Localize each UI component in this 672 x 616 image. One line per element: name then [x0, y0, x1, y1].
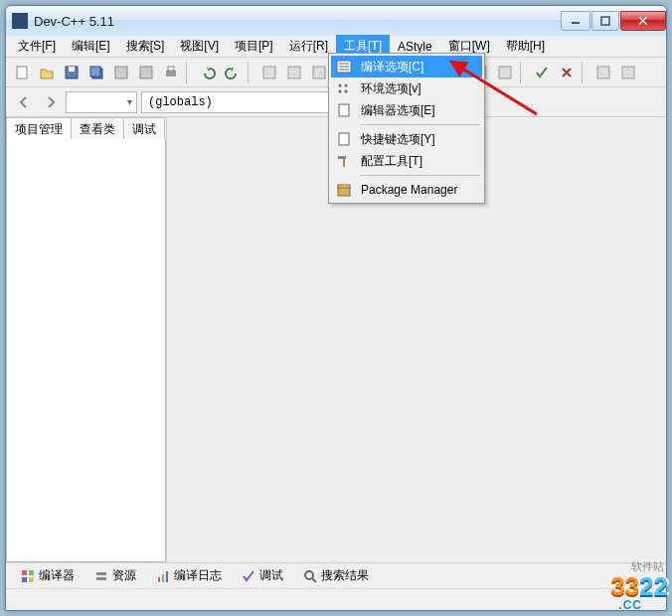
page-icon [335, 102, 353, 118]
menu-item[interactable]: Package Manager [331, 179, 482, 201]
tools-menu-dropdown: 编译选项[C]环境选项[v]编辑器选项[E]快捷键选项[Y]配置工具[T]Pac… [328, 53, 485, 204]
svg-rect-50 [338, 185, 350, 188]
hammer-icon [335, 153, 353, 169]
svg-rect-30 [96, 572, 106, 575]
nav-fwd-button[interactable] [39, 90, 62, 113]
toolbar-sep [582, 62, 588, 83]
side-tab[interactable]: 查看类 [71, 117, 124, 139]
save-as-button[interactable] [109, 61, 132, 83]
bottom-tab[interactable]: 编译器 [12, 564, 84, 587]
cancel-build-button[interactable] [555, 61, 578, 83]
undo-button[interactable] [196, 61, 219, 83]
new-file-button[interactable] [10, 61, 33, 83]
svg-rect-45 [339, 104, 349, 116]
nav-back-button[interactable] [12, 90, 35, 113]
menu-帮助[H][interactable]: 帮助[H] [498, 35, 553, 58]
debug-button[interactable] [493, 61, 516, 83]
close-button[interactable]: ✕ [620, 11, 666, 31]
svg-rect-8 [140, 67, 152, 78]
scope-combo[interactable]: (globals) [141, 91, 356, 113]
bottom-tab-label: 调试 [259, 567, 283, 584]
redo-button[interactable] [221, 61, 244, 83]
bottom-tab[interactable]: 资源 [85, 564, 145, 587]
dots-icon [335, 80, 353, 96]
svg-rect-32 [158, 577, 160, 582]
bars-icon [156, 569, 170, 583]
bottom-tab-label: 编译器 [39, 567, 75, 584]
window-buttons: ✕ [561, 11, 666, 31]
bottom-tab-label: 资源 [112, 567, 136, 584]
list-icon [335, 59, 353, 75]
side-tab-strip: 项目管理查看类调试 [6, 117, 166, 139]
menu-item[interactable]: 编译选项[C] [331, 56, 482, 77]
menu-item[interactable]: 编辑器选项[E] [331, 99, 482, 121]
options-button[interactable] [591, 61, 614, 83]
svg-point-42 [345, 84, 348, 87]
watermark-cc: .CC [618, 598, 642, 612]
menu-文件[F][interactable]: 文件[F] [10, 35, 64, 58]
close-file-button[interactable] [134, 61, 157, 83]
save-button[interactable] [60, 61, 83, 83]
side-panel: 项目管理查看类调试 [6, 117, 167, 562]
svg-point-44 [345, 90, 348, 93]
status-bar [6, 588, 666, 610]
options-button2[interactable] [616, 61, 639, 83]
svg-point-35 [305, 571, 313, 579]
menu-item-label: 环境选项[v] [361, 80, 421, 97]
bottom-tab[interactable]: 编译日志 [147, 564, 231, 587]
tb-button[interactable] [257, 61, 280, 83]
side-tab[interactable]: 调试 [123, 117, 165, 139]
menu-separator [361, 175, 480, 176]
bottom-tab-strip: 编译器资源编译日志调试搜索结果 [6, 562, 666, 588]
svg-rect-13 [313, 67, 325, 78]
svg-rect-10 [168, 67, 174, 71]
menu-视图[V][interactable]: 视图[V] [172, 35, 227, 58]
search-icon [303, 569, 317, 583]
toolbar-sep [248, 62, 253, 83]
bottom-tab[interactable]: 搜索结果 [294, 564, 378, 587]
menu-编辑[E][interactable]: 编辑[E] [64, 35, 118, 58]
menu-item-label: Package Manager [361, 183, 457, 197]
class-combo[interactable] [66, 91, 137, 113]
side-tab[interactable]: 项目管理 [6, 117, 72, 139]
print-button[interactable] [159, 61, 182, 83]
menu-separator [361, 124, 480, 125]
svg-rect-23 [499, 67, 511, 78]
bottom-tab-label: 搜索结果 [321, 567, 369, 584]
svg-rect-31 [96, 577, 106, 580]
scope-combo-value: (globals) [148, 95, 213, 109]
svg-rect-12 [288, 67, 300, 78]
svg-rect-48 [343, 159, 345, 167]
svg-rect-26 [22, 570, 27, 575]
svg-rect-7 [115, 67, 127, 78]
svg-rect-34 [166, 571, 168, 582]
menu-item[interactable]: 快捷键选项[Y] [331, 128, 482, 150]
minimize-button[interactable] [561, 11, 590, 31]
menu-item[interactable]: 环境选项[v] [331, 77, 482, 99]
menu-item-label: 配置工具[T] [361, 153, 422, 170]
project-tree[interactable] [6, 139, 166, 562]
save-all-button[interactable] [84, 61, 107, 83]
pkg-icon [335, 182, 353, 198]
svg-point-41 [339, 84, 342, 87]
bottom-tab[interactable]: 调试 [233, 564, 292, 587]
check-button[interactable] [530, 61, 553, 83]
menu-项目[P][interactable]: 项目[P] [227, 35, 281, 58]
menu-搜索[S][interactable]: 搜索[S] [118, 35, 173, 58]
open-button[interactable] [35, 61, 58, 83]
menu-item-label: 编辑器选项[E] [361, 102, 435, 119]
svg-rect-28 [22, 577, 27, 582]
svg-rect-47 [338, 156, 346, 159]
tb-button[interactable] [307, 61, 330, 83]
menu-item-label: 快捷键选项[Y] [361, 131, 435, 148]
menu-item[interactable]: 配置工具[T] [331, 150, 482, 172]
svg-point-43 [339, 90, 342, 93]
maximize-button[interactable] [591, 11, 619, 31]
check-icon [242, 569, 255, 583]
tb-button[interactable] [282, 61, 305, 83]
toolbar-sep [520, 62, 526, 83]
toolbar-sep [186, 62, 192, 83]
svg-rect-1 [601, 17, 609, 25]
watermark-sub: 软件站 [631, 559, 664, 574]
svg-line-36 [312, 578, 316, 582]
